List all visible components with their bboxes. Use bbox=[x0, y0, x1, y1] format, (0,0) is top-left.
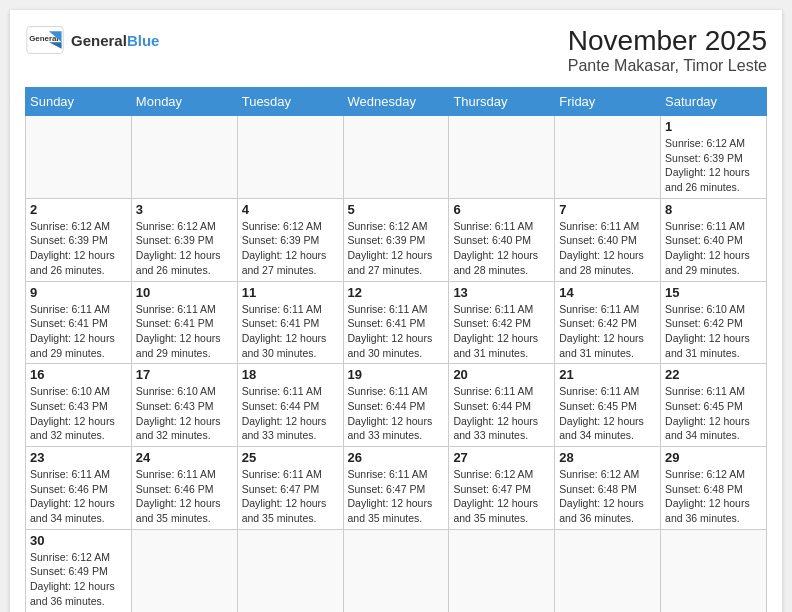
day-number: 1 bbox=[665, 119, 762, 134]
logo-text: GeneralBlue bbox=[71, 32, 159, 49]
day-number: 2 bbox=[30, 202, 127, 217]
table-row: 15Sunrise: 6:10 AMSunset: 6:42 PMDayligh… bbox=[661, 281, 767, 364]
table-row: 4Sunrise: 6:12 AMSunset: 6:39 PMDaylight… bbox=[237, 198, 343, 281]
day-info: Sunrise: 6:11 AMSunset: 6:41 PMDaylight:… bbox=[348, 302, 445, 361]
logo-icon: General bbox=[25, 25, 65, 55]
table-row: 27Sunrise: 6:12 AMSunset: 6:47 PMDayligh… bbox=[449, 447, 555, 530]
day-number: 24 bbox=[136, 450, 233, 465]
day-number: 4 bbox=[242, 202, 339, 217]
table-row: 28Sunrise: 6:12 AMSunset: 6:48 PMDayligh… bbox=[555, 447, 661, 530]
table-row: 8Sunrise: 6:11 AMSunset: 6:40 PMDaylight… bbox=[661, 198, 767, 281]
table-row: 18Sunrise: 6:11 AMSunset: 6:44 PMDayligh… bbox=[237, 364, 343, 447]
calendar-week-row: 23Sunrise: 6:11 AMSunset: 6:46 PMDayligh… bbox=[26, 447, 767, 530]
day-info: Sunrise: 6:11 AMSunset: 6:40 PMDaylight:… bbox=[665, 219, 762, 278]
day-number: 30 bbox=[30, 533, 127, 548]
day-number: 5 bbox=[348, 202, 445, 217]
day-number: 14 bbox=[559, 285, 656, 300]
page-header: General GeneralBlue November 2025 Pante … bbox=[25, 25, 767, 75]
table-row bbox=[131, 116, 237, 199]
table-row: 7Sunrise: 6:11 AMSunset: 6:40 PMDaylight… bbox=[555, 198, 661, 281]
day-info: Sunrise: 6:12 AMSunset: 6:39 PMDaylight:… bbox=[30, 219, 127, 278]
day-info: Sunrise: 6:11 AMSunset: 6:45 PMDaylight:… bbox=[665, 384, 762, 443]
calendar-week-row: 16Sunrise: 6:10 AMSunset: 6:43 PMDayligh… bbox=[26, 364, 767, 447]
day-number: 9 bbox=[30, 285, 127, 300]
calendar-table: Sunday Monday Tuesday Wednesday Thursday… bbox=[25, 87, 767, 612]
day-info: Sunrise: 6:10 AMSunset: 6:42 PMDaylight:… bbox=[665, 302, 762, 361]
table-row bbox=[449, 116, 555, 199]
table-row: 6Sunrise: 6:11 AMSunset: 6:40 PMDaylight… bbox=[449, 198, 555, 281]
table-row: 17Sunrise: 6:10 AMSunset: 6:43 PMDayligh… bbox=[131, 364, 237, 447]
calendar-week-row: 30Sunrise: 6:12 AMSunset: 6:49 PMDayligh… bbox=[26, 529, 767, 612]
day-number: 11 bbox=[242, 285, 339, 300]
table-row: 13Sunrise: 6:11 AMSunset: 6:42 PMDayligh… bbox=[449, 281, 555, 364]
table-row: 14Sunrise: 6:11 AMSunset: 6:42 PMDayligh… bbox=[555, 281, 661, 364]
col-tuesday: Tuesday bbox=[237, 88, 343, 116]
day-info: Sunrise: 6:11 AMSunset: 6:44 PMDaylight:… bbox=[242, 384, 339, 443]
calendar-week-row: 2Sunrise: 6:12 AMSunset: 6:39 PMDaylight… bbox=[26, 198, 767, 281]
calendar-header-row: Sunday Monday Tuesday Wednesday Thursday… bbox=[26, 88, 767, 116]
day-info: Sunrise: 6:11 AMSunset: 6:47 PMDaylight:… bbox=[348, 467, 445, 526]
day-number: 26 bbox=[348, 450, 445, 465]
table-row: 1Sunrise: 6:12 AMSunset: 6:39 PMDaylight… bbox=[661, 116, 767, 199]
col-wednesday: Wednesday bbox=[343, 88, 449, 116]
table-row bbox=[237, 529, 343, 612]
table-row bbox=[555, 529, 661, 612]
day-number: 28 bbox=[559, 450, 656, 465]
day-info: Sunrise: 6:12 AMSunset: 6:49 PMDaylight:… bbox=[30, 550, 127, 609]
table-row: 11Sunrise: 6:11 AMSunset: 6:41 PMDayligh… bbox=[237, 281, 343, 364]
col-monday: Monday bbox=[131, 88, 237, 116]
day-info: Sunrise: 6:11 AMSunset: 6:45 PMDaylight:… bbox=[559, 384, 656, 443]
day-info: Sunrise: 6:11 AMSunset: 6:44 PMDaylight:… bbox=[453, 384, 550, 443]
day-number: 12 bbox=[348, 285, 445, 300]
day-info: Sunrise: 6:11 AMSunset: 6:40 PMDaylight:… bbox=[559, 219, 656, 278]
table-row: 22Sunrise: 6:11 AMSunset: 6:45 PMDayligh… bbox=[661, 364, 767, 447]
day-info: Sunrise: 6:12 AMSunset: 6:39 PMDaylight:… bbox=[348, 219, 445, 278]
day-number: 22 bbox=[665, 367, 762, 382]
table-row: 2Sunrise: 6:12 AMSunset: 6:39 PMDaylight… bbox=[26, 198, 132, 281]
day-info: Sunrise: 6:12 AMSunset: 6:39 PMDaylight:… bbox=[665, 136, 762, 195]
table-row: 9Sunrise: 6:11 AMSunset: 6:41 PMDaylight… bbox=[26, 281, 132, 364]
calendar-week-row: 1Sunrise: 6:12 AMSunset: 6:39 PMDaylight… bbox=[26, 116, 767, 199]
table-row bbox=[343, 116, 449, 199]
day-info: Sunrise: 6:11 AMSunset: 6:41 PMDaylight:… bbox=[136, 302, 233, 361]
day-number: 20 bbox=[453, 367, 550, 382]
day-info: Sunrise: 6:10 AMSunset: 6:43 PMDaylight:… bbox=[30, 384, 127, 443]
day-number: 17 bbox=[136, 367, 233, 382]
table-row: 12Sunrise: 6:11 AMSunset: 6:41 PMDayligh… bbox=[343, 281, 449, 364]
day-info: Sunrise: 6:11 AMSunset: 6:40 PMDaylight:… bbox=[453, 219, 550, 278]
table-row: 24Sunrise: 6:11 AMSunset: 6:46 PMDayligh… bbox=[131, 447, 237, 530]
table-row bbox=[237, 116, 343, 199]
day-info: Sunrise: 6:11 AMSunset: 6:42 PMDaylight:… bbox=[453, 302, 550, 361]
table-row: 21Sunrise: 6:11 AMSunset: 6:45 PMDayligh… bbox=[555, 364, 661, 447]
table-row bbox=[555, 116, 661, 199]
table-row: 25Sunrise: 6:11 AMSunset: 6:47 PMDayligh… bbox=[237, 447, 343, 530]
day-info: Sunrise: 6:12 AMSunset: 6:39 PMDaylight:… bbox=[136, 219, 233, 278]
table-row bbox=[26, 116, 132, 199]
col-friday: Friday bbox=[555, 88, 661, 116]
day-number: 3 bbox=[136, 202, 233, 217]
calendar-week-row: 9Sunrise: 6:11 AMSunset: 6:41 PMDaylight… bbox=[26, 281, 767, 364]
table-row: 16Sunrise: 6:10 AMSunset: 6:43 PMDayligh… bbox=[26, 364, 132, 447]
day-number: 13 bbox=[453, 285, 550, 300]
day-info: Sunrise: 6:11 AMSunset: 6:46 PMDaylight:… bbox=[30, 467, 127, 526]
table-row bbox=[661, 529, 767, 612]
col-sunday: Sunday bbox=[26, 88, 132, 116]
table-row: 23Sunrise: 6:11 AMSunset: 6:46 PMDayligh… bbox=[26, 447, 132, 530]
day-info: Sunrise: 6:11 AMSunset: 6:42 PMDaylight:… bbox=[559, 302, 656, 361]
day-number: 15 bbox=[665, 285, 762, 300]
logo: General GeneralBlue bbox=[25, 25, 159, 55]
day-number: 6 bbox=[453, 202, 550, 217]
day-number: 7 bbox=[559, 202, 656, 217]
table-row bbox=[343, 529, 449, 612]
table-row: 20Sunrise: 6:11 AMSunset: 6:44 PMDayligh… bbox=[449, 364, 555, 447]
calendar-title: November 2025 bbox=[568, 25, 767, 57]
table-row: 26Sunrise: 6:11 AMSunset: 6:47 PMDayligh… bbox=[343, 447, 449, 530]
day-number: 23 bbox=[30, 450, 127, 465]
day-info: Sunrise: 6:12 AMSunset: 6:48 PMDaylight:… bbox=[559, 467, 656, 526]
table-row: 10Sunrise: 6:11 AMSunset: 6:41 PMDayligh… bbox=[131, 281, 237, 364]
table-row bbox=[449, 529, 555, 612]
day-number: 27 bbox=[453, 450, 550, 465]
table-row: 5Sunrise: 6:12 AMSunset: 6:39 PMDaylight… bbox=[343, 198, 449, 281]
col-thursday: Thursday bbox=[449, 88, 555, 116]
table-row: 29Sunrise: 6:12 AMSunset: 6:48 PMDayligh… bbox=[661, 447, 767, 530]
